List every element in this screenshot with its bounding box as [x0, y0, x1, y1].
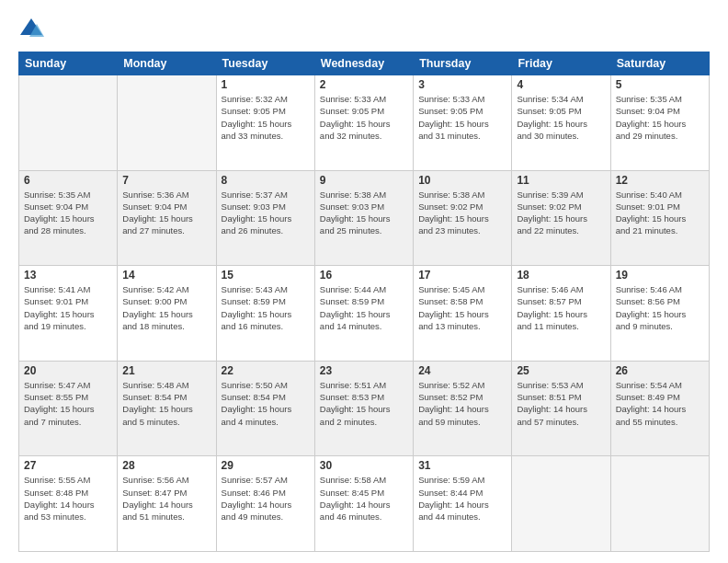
calendar-day-cell: 24Sunrise: 5:52 AM Sunset: 8:52 PM Dayli…: [414, 361, 512, 456]
day-info: Sunrise: 5:43 AM Sunset: 8:59 PM Dayligh…: [222, 283, 310, 332]
day-info: Sunrise: 5:38 AM Sunset: 9:02 PM Dayligh…: [418, 189, 506, 237]
day-info: Sunrise: 5:50 AM Sunset: 8:54 PM Dayligh…: [222, 379, 310, 428]
day-number: 23: [320, 364, 408, 377]
calendar-day-cell: 4Sunrise: 5:34 AM Sunset: 9:05 PM Daylig…: [512, 75, 610, 171]
calendar-day-header: Friday: [512, 52, 610, 75]
day-number: 17: [418, 269, 506, 282]
day-number: 30: [320, 459, 408, 472]
calendar-day-cell: 15Sunrise: 5:43 AM Sunset: 8:59 PM Dayli…: [216, 266, 314, 362]
day-number: 14: [122, 269, 210, 282]
calendar-day-cell: 14Sunrise: 5:42 AM Sunset: 9:00 PM Dayli…: [118, 266, 216, 362]
day-info: Sunrise: 5:38 AM Sunset: 9:03 PM Dayligh…: [320, 189, 408, 237]
day-number: 12: [616, 174, 704, 187]
day-number: 28: [122, 459, 210, 472]
calendar-day-cell: 23Sunrise: 5:51 AM Sunset: 8:53 PM Dayli…: [314, 361, 413, 456]
calendar-day-cell: 29Sunrise: 5:57 AM Sunset: 8:46 PM Dayli…: [216, 456, 314, 552]
calendar-day-cell: 13Sunrise: 5:41 AM Sunset: 9:01 PM Dayli…: [19, 266, 118, 362]
day-info: Sunrise: 5:40 AM Sunset: 9:01 PM Dayligh…: [616, 189, 704, 237]
calendar-week-row: 27Sunrise: 5:55 AM Sunset: 8:48 PM Dayli…: [19, 456, 710, 552]
day-number: 7: [122, 174, 210, 187]
day-number: 22: [222, 364, 310, 377]
day-number: 29: [222, 459, 310, 472]
calendar-day-header: Wednesday: [314, 52, 413, 75]
day-number: 26: [616, 364, 704, 377]
calendar-header-row: SundayMondayTuesdayWednesdayThursdayFrid…: [19, 52, 710, 75]
calendar-week-row: 6Sunrise: 5:35 AM Sunset: 9:04 PM Daylig…: [19, 170, 710, 266]
day-info: Sunrise: 5:53 AM Sunset: 8:51 PM Dayligh…: [517, 379, 605, 428]
calendar-day-cell: 20Sunrise: 5:47 AM Sunset: 8:55 PM Dayli…: [19, 361, 118, 456]
day-number: 4: [517, 78, 605, 91]
calendar-day-cell: 6Sunrise: 5:35 AM Sunset: 9:04 PM Daylig…: [19, 170, 118, 266]
calendar-day-cell: 26Sunrise: 5:54 AM Sunset: 8:49 PM Dayli…: [610, 361, 709, 456]
day-number: 21: [122, 364, 210, 377]
day-number: 15: [222, 269, 310, 282]
calendar-day-cell: 28Sunrise: 5:56 AM Sunset: 8:47 PM Dayli…: [118, 456, 216, 552]
day-info: Sunrise: 5:33 AM Sunset: 9:05 PM Dayligh…: [418, 93, 506, 142]
day-number: 8: [222, 174, 310, 187]
day-number: 18: [517, 269, 605, 282]
calendar-table: SundayMondayTuesdayWednesdayThursdayFrid…: [18, 52, 710, 552]
calendar-day-cell: [118, 75, 216, 171]
day-info: Sunrise: 5:52 AM Sunset: 8:52 PM Dayligh…: [418, 379, 506, 428]
day-info: Sunrise: 5:58 AM Sunset: 8:45 PM Dayligh…: [320, 474, 408, 523]
calendar-day-header: Sunday: [19, 52, 118, 75]
calendar-day-cell: 11Sunrise: 5:39 AM Sunset: 9:02 PM Dayli…: [512, 170, 610, 266]
day-info: Sunrise: 5:37 AM Sunset: 9:03 PM Dayligh…: [222, 189, 310, 237]
logo-icon: [18, 17, 44, 42]
calendar-day-cell: 5Sunrise: 5:35 AM Sunset: 9:04 PM Daylig…: [610, 75, 709, 171]
calendar-day-cell: 2Sunrise: 5:33 AM Sunset: 9:05 PM Daylig…: [314, 75, 413, 171]
day-info: Sunrise: 5:39 AM Sunset: 9:02 PM Dayligh…: [517, 189, 605, 237]
day-info: Sunrise: 5:46 AM Sunset: 8:57 PM Dayligh…: [517, 283, 605, 332]
calendar-week-row: 20Sunrise: 5:47 AM Sunset: 8:55 PM Dayli…: [19, 361, 710, 456]
calendar-day-cell: 18Sunrise: 5:46 AM Sunset: 8:57 PM Dayli…: [512, 266, 610, 362]
day-info: Sunrise: 5:34 AM Sunset: 9:05 PM Dayligh…: [517, 93, 605, 142]
day-number: 27: [24, 459, 112, 472]
calendar-day-cell: 9Sunrise: 5:38 AM Sunset: 9:03 PM Daylig…: [314, 170, 413, 266]
day-info: Sunrise: 5:59 AM Sunset: 8:44 PM Dayligh…: [418, 474, 506, 523]
calendar-day-cell: 16Sunrise: 5:44 AM Sunset: 8:59 PM Dayli…: [314, 266, 413, 362]
day-info: Sunrise: 5:55 AM Sunset: 8:48 PM Dayligh…: [24, 474, 112, 523]
day-number: 16: [320, 269, 408, 282]
day-info: Sunrise: 5:36 AM Sunset: 9:04 PM Dayligh…: [122, 189, 210, 237]
calendar-day-cell: 31Sunrise: 5:59 AM Sunset: 8:44 PM Dayli…: [414, 456, 512, 552]
calendar-day-cell: 27Sunrise: 5:55 AM Sunset: 8:48 PM Dayli…: [19, 456, 118, 552]
day-info: Sunrise: 5:42 AM Sunset: 9:00 PM Dayligh…: [122, 283, 210, 332]
day-number: 20: [24, 364, 112, 377]
calendar-day-cell: 25Sunrise: 5:53 AM Sunset: 8:51 PM Dayli…: [512, 361, 610, 456]
day-info: Sunrise: 5:35 AM Sunset: 9:04 PM Dayligh…: [24, 189, 112, 237]
day-number: 3: [418, 78, 506, 91]
calendar-day-cell: 21Sunrise: 5:48 AM Sunset: 8:54 PM Dayli…: [118, 361, 216, 456]
calendar-day-cell: [610, 456, 709, 552]
day-info: Sunrise: 5:54 AM Sunset: 8:49 PM Dayligh…: [616, 379, 704, 428]
day-number: 24: [418, 364, 506, 377]
day-number: 11: [517, 174, 605, 187]
calendar-day-cell: 10Sunrise: 5:38 AM Sunset: 9:02 PM Dayli…: [414, 170, 512, 266]
calendar-day-cell: 3Sunrise: 5:33 AM Sunset: 9:05 PM Daylig…: [414, 75, 512, 171]
day-info: Sunrise: 5:35 AM Sunset: 9:04 PM Dayligh…: [616, 93, 704, 142]
logo: [18, 17, 46, 42]
day-info: Sunrise: 5:33 AM Sunset: 9:05 PM Dayligh…: [320, 93, 408, 142]
day-number: 25: [517, 364, 605, 377]
calendar-day-cell: 22Sunrise: 5:50 AM Sunset: 8:54 PM Dayli…: [216, 361, 314, 456]
calendar-day-header: Tuesday: [216, 52, 314, 75]
calendar-week-row: 13Sunrise: 5:41 AM Sunset: 9:01 PM Dayli…: [19, 266, 710, 362]
calendar-day-cell: [19, 75, 118, 171]
calendar-day-cell: 19Sunrise: 5:46 AM Sunset: 8:56 PM Dayli…: [610, 266, 709, 362]
calendar-day-cell: 12Sunrise: 5:40 AM Sunset: 9:01 PM Dayli…: [610, 170, 709, 266]
calendar-day-cell: 7Sunrise: 5:36 AM Sunset: 9:04 PM Daylig…: [118, 170, 216, 266]
day-info: Sunrise: 5:41 AM Sunset: 9:01 PM Dayligh…: [24, 283, 112, 332]
day-number: 9: [320, 174, 408, 187]
day-number: 31: [418, 459, 506, 472]
day-info: Sunrise: 5:56 AM Sunset: 8:47 PM Dayligh…: [122, 474, 210, 523]
calendar-day-cell: 8Sunrise: 5:37 AM Sunset: 9:03 PM Daylig…: [216, 170, 314, 266]
day-number: 1: [222, 78, 310, 91]
day-number: 2: [320, 78, 408, 91]
day-info: Sunrise: 5:47 AM Sunset: 8:55 PM Dayligh…: [24, 379, 112, 428]
calendar-day-cell: 1Sunrise: 5:32 AM Sunset: 9:05 PM Daylig…: [216, 75, 314, 171]
calendar-day-cell: 30Sunrise: 5:58 AM Sunset: 8:45 PM Dayli…: [314, 456, 413, 552]
day-info: Sunrise: 5:44 AM Sunset: 8:59 PM Dayligh…: [320, 283, 408, 332]
header: [18, 17, 710, 42]
day-info: Sunrise: 5:32 AM Sunset: 9:05 PM Dayligh…: [222, 93, 310, 142]
day-number: 19: [616, 269, 704, 282]
day-info: Sunrise: 5:46 AM Sunset: 8:56 PM Dayligh…: [616, 283, 704, 332]
